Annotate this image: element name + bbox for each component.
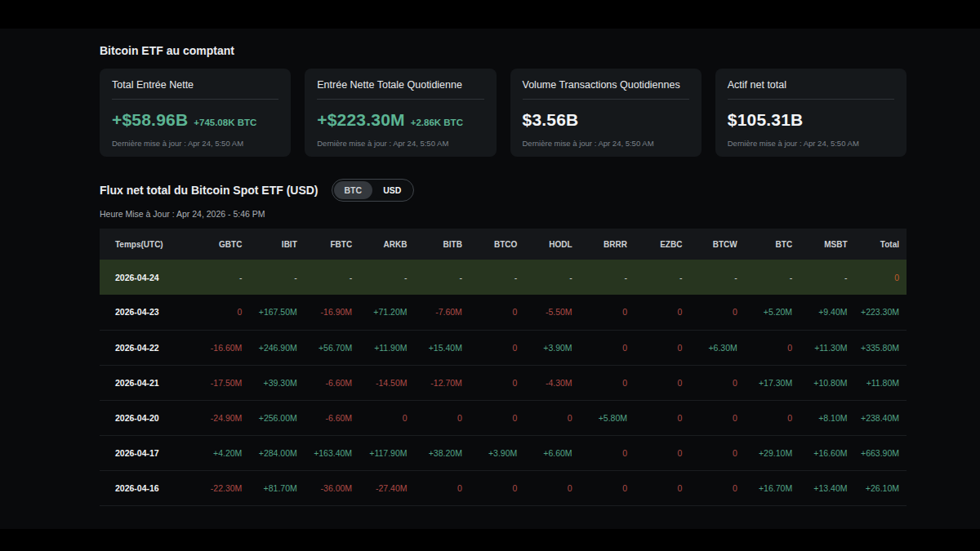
flow-cell: +5.20M <box>742 295 796 330</box>
flow-cell: +16.60M <box>796 435 851 470</box>
flow-cell: 0 <box>686 470 741 505</box>
flow-cell: +8.10M <box>796 400 851 435</box>
flow-cell: 0 <box>466 330 521 365</box>
flow-cell: +38.20M <box>412 435 466 470</box>
total-cell: +335.80M <box>852 330 907 365</box>
flow-cell: +10.80M <box>796 365 851 400</box>
flow-cell: 0 <box>742 400 796 435</box>
card-title: Entrée Nette Totale Quotidienne <box>317 79 483 91</box>
card-title: Actif net total <box>728 79 894 91</box>
table-row: 2026-04-16-22.30M+81.70M-36.00M-27.40M00… <box>100 470 906 505</box>
flow-cell: +71.20M <box>356 295 411 330</box>
total-cell: +26.10M <box>852 470 907 505</box>
row-date: 2026-04-17 <box>100 435 191 470</box>
dashboard-panel: Bitcoin ETF au comptant Total Entrée Net… <box>0 29 980 529</box>
flow-cell: -36.00M <box>301 470 356 505</box>
column-header: MSBT <box>796 229 851 260</box>
flow-cell: -16.60M <box>191 330 246 365</box>
flow-cell: +3.90M <box>466 435 521 470</box>
flow-cell: +163.40M <box>301 435 356 470</box>
row-date: 2026-04-20 <box>100 400 191 435</box>
flow-cell: 0 <box>356 400 411 435</box>
flow-cell: +56.70M <box>301 330 356 365</box>
toggle-usd[interactable]: USD <box>372 181 412 199</box>
card-sub-value: +745.08K BTC <box>194 118 256 127</box>
flow-cell: - <box>521 260 576 295</box>
card-value: +$223.30M <box>317 110 404 129</box>
flow-cell: 0 <box>686 400 741 435</box>
last-updated-text: Heure Mise à Jour : Apr 24, 2026 - 5:46 … <box>100 209 906 219</box>
flow-cell: +256.00M <box>246 400 301 435</box>
flow-cell: - <box>742 260 796 295</box>
column-header: EZBC <box>631 229 686 260</box>
flow-cell: -17.50M <box>191 365 246 400</box>
toggle-btc[interactable]: BTC <box>334 181 373 199</box>
flow-cell: 0 <box>686 295 741 330</box>
flow-cell: - <box>191 260 246 295</box>
flow-cell: 0 <box>631 400 686 435</box>
flow-cell: 0 <box>412 470 466 505</box>
card-value: $3.56B <box>523 110 579 129</box>
card-divider <box>728 99 894 100</box>
flow-cell: +5.80M <box>577 400 631 435</box>
flow-cell: 0 <box>631 470 686 505</box>
flow-cell: 0 <box>631 295 686 330</box>
flow-cell: +6.60M <box>521 435 576 470</box>
flow-cell: -6.60M <box>301 400 356 435</box>
flow-cell: +13.40M <box>796 470 851 505</box>
flow-cell: 0 <box>466 365 521 400</box>
column-header: BTC <box>742 229 796 260</box>
flow-cell: 0 <box>577 470 631 505</box>
card-title: Total Entrée Nette <box>112 79 278 91</box>
flow-cell: -12.70M <box>412 365 466 400</box>
page-title: Bitcoin ETF au comptant <box>100 29 906 57</box>
flow-cell: - <box>631 260 686 295</box>
card-divider <box>523 99 689 100</box>
flow-cell: - <box>356 260 411 295</box>
flow-cell: 0 <box>631 330 686 365</box>
flow-cell: - <box>301 260 356 295</box>
flow-cell: 0 <box>686 435 741 470</box>
row-date: 2026-04-24 <box>100 260 191 295</box>
flow-cell: 0 <box>686 365 741 400</box>
flow-cell: 0 <box>521 400 576 435</box>
flow-cell: +9.40M <box>796 295 851 330</box>
flow-cell: +284.00M <box>246 435 301 470</box>
flow-cell: - <box>577 260 631 295</box>
card-value: +$58.96B <box>112 110 188 129</box>
card-title: Volume Transactions Quotidiennes <box>523 79 689 91</box>
table-row: 2026-04-22-16.60M+246.90M+56.70M+11.90M+… <box>100 330 906 365</box>
flow-cell: 0 <box>577 435 631 470</box>
flow-cell: +81.70M <box>246 470 301 505</box>
row-date: 2026-04-23 <box>100 295 191 330</box>
flow-table-title: Flux net total du Bitcoin Spot ETF (USD) <box>100 184 318 197</box>
table-row: 2026-04-230+167.50M-16.90M+71.20M-7.60M0… <box>100 295 906 330</box>
flow-cell: -5.50M <box>521 295 576 330</box>
flow-cell: +4.20M <box>191 435 246 470</box>
total-cell: +223.30M <box>852 295 907 330</box>
flow-cell: +15.40M <box>412 330 466 365</box>
row-date: 2026-04-16 <box>100 470 191 505</box>
card-divider <box>317 99 483 100</box>
flow-cell: 0 <box>521 470 576 505</box>
column-header: HODL <box>521 229 576 260</box>
flow-cell: 0 <box>742 330 796 365</box>
flow-cell: +167.50M <box>246 295 301 330</box>
currency-toggle[interactable]: BTC USD <box>332 179 415 202</box>
card-updated-text: Dernière mise à jour : Apr 24, 5:50 AM <box>728 139 894 148</box>
flow-cell: -4.30M <box>521 365 576 400</box>
flow-cell: 0 <box>412 400 466 435</box>
column-header: BTCW <box>686 229 741 260</box>
table-row: 2026-04-17+4.20M+284.00M+163.40M+117.90M… <box>100 435 906 470</box>
column-header: Total <box>852 229 907 260</box>
column-header: IBIT <box>246 229 301 260</box>
table-row: 2026-04-20-24.90M+256.00M-6.60M0000+5.80… <box>100 400 906 435</box>
flow-cell: +6.30M <box>686 330 741 365</box>
flow-cell: +117.90M <box>356 435 411 470</box>
flow-cell: 0 <box>466 400 521 435</box>
total-cell: +11.80M <box>852 365 907 400</box>
etf-flow-table: Temps(UTC)GBTCIBITFBTCARKBBITBBTCOHODLBR… <box>100 229 906 506</box>
summary-card: Actif net total$105.31BDernière mise à j… <box>715 69 906 157</box>
flow-cell: -6.60M <box>301 365 356 400</box>
row-date: 2026-04-22 <box>100 330 191 365</box>
